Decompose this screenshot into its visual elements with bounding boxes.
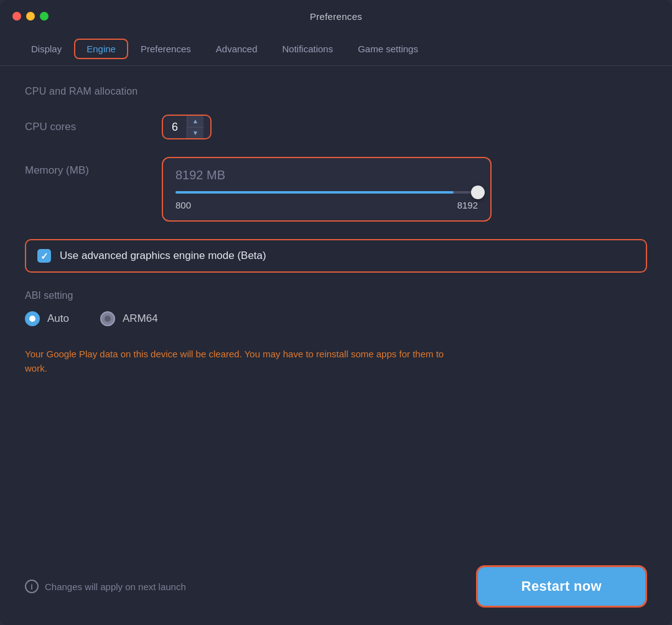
graphics-mode-checkbox-row[interactable]: ✓ Use advanced graphics engine mode (Bet…	[25, 239, 647, 273]
section-title: CPU and RAM allocation	[25, 86, 647, 97]
memory-container: 8192 MB 800 8192	[162, 157, 492, 222]
checkbox-label: Use advanced graphics engine mode (Beta)	[60, 250, 266, 262]
titlebar: Preferences	[0, 0, 672, 32]
abi-section: ABI setting Auto ARM64	[25, 290, 647, 337]
tab-notifications[interactable]: Notifications	[270, 39, 346, 59]
abi-radio-group: Auto ARM64	[25, 311, 647, 326]
abi-title: ABI setting	[25, 290, 647, 301]
tab-preferences[interactable]: Preferences	[128, 39, 203, 59]
tab-game-settings[interactable]: Game settings	[345, 39, 431, 59]
memory-label: Memory (MB)	[25, 157, 162, 177]
tab-engine[interactable]: Engine	[74, 39, 128, 59]
cpu-increment-button[interactable]: ▲	[187, 116, 203, 128]
memory-slider-wrapper	[175, 191, 478, 194]
preferences-window: Preferences Display Engine Preferences A…	[0, 0, 672, 625]
warning-text: Your Google Play data on this device wil…	[25, 347, 448, 375]
maximize-button[interactable]	[40, 12, 49, 21]
cpu-label: CPU cores	[25, 121, 162, 133]
window-title: Preferences	[310, 11, 362, 22]
bottom-bar: i Changes will apply on next launch Rest…	[25, 553, 647, 608]
tabs-bar: Display Engine Preferences Advanced Noti…	[0, 32, 672, 66]
cpu-stepper[interactable]: 6 ▲ ▼	[162, 115, 212, 139]
radio-auto-label: Auto	[47, 312, 69, 325]
radio-auto-circle	[25, 311, 40, 326]
memory-slider-fill	[175, 191, 454, 194]
tab-display[interactable]: Display	[19, 39, 74, 59]
radio-arm64[interactable]: ARM64	[100, 311, 158, 326]
stepper-arrows: ▲ ▼	[187, 116, 203, 138]
radio-arm64-dot	[105, 316, 111, 322]
radio-arm64-label: ARM64	[123, 312, 158, 325]
memory-value: 8192 MB	[175, 168, 478, 182]
memory-row: Memory (MB) 8192 MB 800 8192	[25, 157, 647, 222]
slider-labels: 800 8192	[175, 200, 478, 210]
tab-advanced[interactable]: Advanced	[203, 39, 270, 59]
changes-info-text: Changes will apply on next launch	[45, 581, 186, 592]
radio-auto-dot	[29, 316, 35, 322]
cpu-value: 6	[163, 115, 187, 139]
close-button[interactable]	[12, 12, 21, 21]
traffic-lights	[12, 12, 49, 21]
radio-auto[interactable]: Auto	[25, 311, 69, 326]
memory-slider-track	[175, 191, 478, 194]
slider-max-label: 8192	[457, 200, 478, 210]
minimize-button[interactable]	[26, 12, 35, 21]
slider-min-label: 800	[175, 200, 191, 210]
restart-now-button[interactable]: Restart now	[476, 565, 647, 608]
radio-arm64-circle	[100, 311, 115, 326]
content-area: CPU and RAM allocation CPU cores 6 ▲ ▼ M…	[0, 66, 672, 625]
changes-info: i Changes will apply on next launch	[25, 580, 186, 593]
cpu-cores-row: CPU cores 6 ▲ ▼	[25, 115, 647, 139]
checkbox-box: ✓	[37, 249, 51, 263]
checkmark-icon: ✓	[40, 251, 49, 261]
cpu-decrement-button[interactable]: ▼	[187, 128, 203, 139]
info-icon: i	[25, 580, 39, 593]
memory-slider-thumb[interactable]	[471, 186, 485, 199]
